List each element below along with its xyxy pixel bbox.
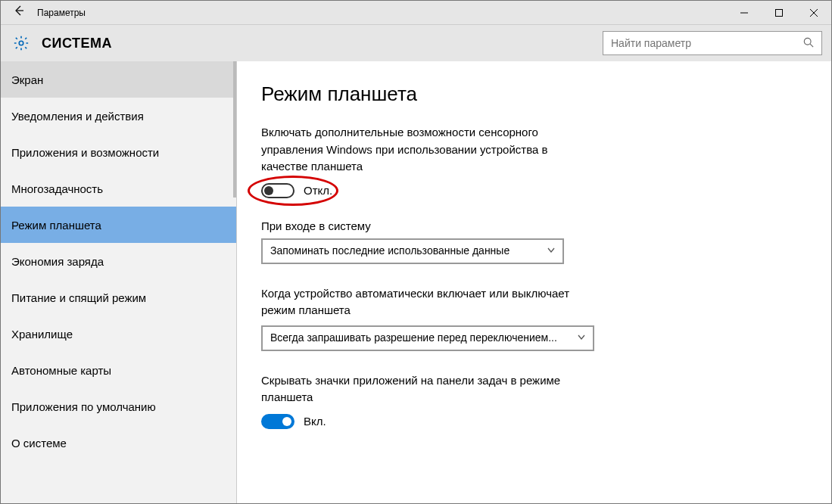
auto-switch-label: Когда устройство автоматически включает …: [261, 285, 594, 319]
svg-point-5: [804, 38, 811, 45]
titlebar: Параметры: [1, 1, 831, 25]
header-heading: СИСТЕМА: [42, 36, 603, 51]
sidebar-item-storage[interactable]: Хранилище: [1, 316, 236, 352]
sidebar-item-default-apps[interactable]: Приложения по умолчанию: [1, 388, 236, 425]
tablet-mode-toggle[interactable]: [261, 183, 294, 198]
chevron-down-icon: [547, 245, 555, 257]
close-button[interactable]: [796, 1, 831, 25]
maximize-button[interactable]: [762, 1, 796, 25]
auto-switch-dropdown[interactable]: Всегда запрашивать разрешение перед пере…: [261, 325, 594, 351]
minimize-button[interactable]: [727, 1, 762, 25]
back-button[interactable]: [1, 5, 37, 20]
sidebar-item-about[interactable]: О системе: [1, 425, 236, 461]
search-icon: [803, 37, 814, 50]
svg-rect-1: [776, 9, 783, 16]
page-title: Режим планшета: [261, 82, 807, 106]
signin-label: При входе в систему: [261, 219, 807, 232]
signin-dropdown[interactable]: Запоминать последние использованные данн…: [261, 238, 564, 264]
sidebar: Экран Уведомления и действия Приложения …: [1, 61, 237, 503]
sidebar-item-apps[interactable]: Приложения и возможности: [1, 134, 236, 170]
header: СИСТЕМА: [1, 25, 831, 61]
sidebar-item-multitasking[interactable]: Многозадачность: [1, 170, 236, 207]
svg-point-4: [19, 41, 23, 45]
search-input[interactable]: [611, 37, 803, 49]
svg-line-6: [810, 44, 813, 47]
sidebar-item-notifications[interactable]: Уведомления и действия: [1, 98, 236, 134]
tablet-mode-description: Включать дополнительные возможности сенс…: [261, 124, 579, 176]
main-panel: Режим планшета Включать дополнительные в…: [237, 61, 831, 503]
sidebar-item-display[interactable]: Экран: [1, 61, 236, 98]
auto-switch-dropdown-value: Всегда запрашивать разрешение перед пере…: [270, 331, 557, 344]
tablet-mode-toggle-label: Откл.: [304, 184, 332, 197]
hide-icons-toggle-label: Вкл.: [304, 415, 326, 428]
sidebar-item-tablet-mode[interactable]: Режим планшета: [1, 207, 236, 243]
window-title: Параметры: [37, 8, 86, 18]
signin-dropdown-value: Запоминать последние использованные данн…: [270, 244, 509, 257]
hide-icons-label: Скрывать значки приложений на панели зад…: [261, 372, 594, 406]
sidebar-item-power[interactable]: Питание и спящий режим: [1, 279, 236, 316]
scrollbar-thumb[interactable]: [233, 61, 236, 198]
sidebar-item-offline-maps[interactable]: Автономные карты: [1, 352, 236, 388]
sidebar-item-battery[interactable]: Экономия заряда: [1, 243, 236, 279]
search-box[interactable]: [603, 31, 822, 55]
gear-icon: [10, 35, 33, 51]
chevron-down-icon: [578, 332, 585, 344]
hide-icons-toggle[interactable]: [261, 414, 294, 429]
